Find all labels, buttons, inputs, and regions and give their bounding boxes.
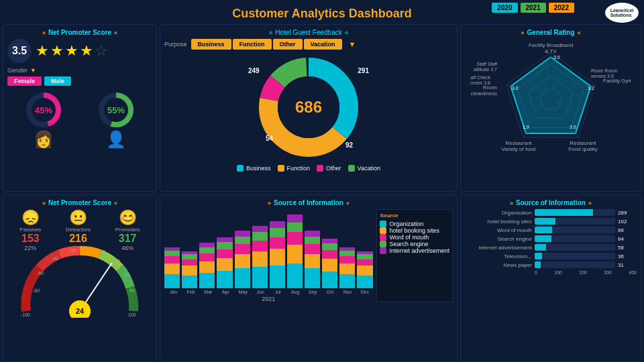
function-purpose-button[interactable]: Function <box>233 39 272 50</box>
svg-text:Facility Broadband: Facility Broadband <box>529 42 573 48</box>
year-2022-button[interactable]: 2022 <box>549 3 574 13</box>
vacation-purpose-button[interactable]: Vacation <box>304 39 342 50</box>
h-bar-row-6: News paper31 <box>465 261 637 268</box>
main-donut-chart: 686 249 291 54 92 <box>255 54 362 161</box>
h-bar-track-4 <box>535 244 615 251</box>
h-bar-track-1 <box>535 218 615 225</box>
svg-text:-40: -40 <box>52 256 58 261</box>
gauge-svg: -100 -80 -60 -40 -20 0 20 40 60 80 100 <box>13 244 147 318</box>
bar-group-jan <box>164 209 180 288</box>
bar-segment-2 <box>217 249 232 258</box>
nps-rating-title: » Net Promoter Score « <box>7 29 152 36</box>
nps-bottom-title: » Net Promoter Score « <box>7 199 152 206</box>
filter-icon: ▼ <box>349 40 356 48</box>
bar-segment-3 <box>199 247 215 254</box>
bar-segment-2 <box>339 256 355 263</box>
h-bar-row-5: Television...36 <box>465 253 637 259</box>
legend-word: Word of mouth <box>380 234 449 241</box>
bar-segment-4 <box>322 239 337 243</box>
legend-business: Business <box>237 165 271 172</box>
bar-segment-3 <box>164 251 180 256</box>
bar-segment-2 <box>305 244 320 254</box>
chevron-right-icon: « <box>346 200 350 206</box>
h-bar-track-2 <box>535 227 615 233</box>
h-bar-value-6: 31 <box>618 262 637 268</box>
business-purpose-button[interactable]: Business <box>191 39 231 50</box>
bar-segment-1 <box>252 251 268 267</box>
bar-segment-2 <box>322 250 337 259</box>
svg-text:24: 24 <box>76 307 85 315</box>
month-label-may: May <box>235 290 251 294</box>
bar-segment-2 <box>164 256 180 263</box>
h-bar-label-3: Search engine <box>465 236 532 242</box>
rating-display: 3.5 ★ ★ ★ ★ ☆ <box>7 39 152 63</box>
chevron-left-icon: » <box>510 200 513 206</box>
bar-group-aug <box>287 209 303 288</box>
h-bar-label-6: News paper <box>465 262 532 268</box>
svg-text:Facility Gym: Facility Gym <box>603 78 631 84</box>
bar-segment-1 <box>270 249 285 265</box>
star-2: ★ <box>50 42 64 60</box>
h-bar-track-3 <box>535 235 615 242</box>
nps-bottom-panel: » Net Promoter Score « 😞 Passives 153 22… <box>3 194 157 362</box>
bar-segment-3 <box>270 228 285 237</box>
month-label-dec: Dec <box>357 290 372 294</box>
bar-segment-2 <box>252 241 268 251</box>
bar-group-oct <box>322 209 337 288</box>
segment-label-249: 249 <box>248 67 260 74</box>
gender-circles: 45% 👩 55% 👤 <box>7 90 152 149</box>
svg-text:-80: -80 <box>33 288 40 293</box>
other-purpose-button[interactable]: Other <box>273 39 303 50</box>
bar-group-apr <box>217 209 232 288</box>
h-bar-fill-3 <box>535 235 551 242</box>
dashboard: Customer Analytics Dashboard 2020 2021 2… <box>0 0 644 362</box>
source-bar-panel: » Source of Information « JanFebMarAprMa… <box>160 194 458 362</box>
bar-segment-1 <box>164 263 180 274</box>
h-bar-label-4: Internet advertisement <box>465 245 532 251</box>
filter-icon: ▼ <box>30 67 36 74</box>
star-4: ★ <box>80 42 93 60</box>
female-filter-button[interactable]: Female <box>7 76 42 86</box>
detractors-emoji: 😐 <box>66 209 91 227</box>
feedback-subtitle: » Hotel Guest Feedback « <box>164 29 453 36</box>
legend-dot-business <box>237 165 244 172</box>
month-labels: JanFebMarAprMayJunJulAugSepOctNovDec <box>164 290 372 294</box>
h-bar-track-6 <box>535 261 615 268</box>
chevron-right-icon: « <box>588 200 592 206</box>
bar-segment-0 <box>270 265 285 288</box>
month-label-apr: Apr <box>218 290 233 294</box>
svg-text:Restaurant: Restaurant <box>570 140 596 146</box>
star-5: ☆ <box>95 42 108 60</box>
legend-org: Organization <box>380 221 449 227</box>
bar-segment-3 <box>357 254 372 259</box>
bar-segment-2 <box>199 253 215 261</box>
legend-function: Function <box>278 165 311 172</box>
axis-labels: 0 100 200 300 400 <box>465 270 637 275</box>
source-right-title: » Source of Information « <box>465 199 637 206</box>
month-label-jul: Jul <box>270 290 286 294</box>
bar-segment-0 <box>287 263 303 288</box>
year-2020-button[interactable]: 2020 <box>492 3 517 13</box>
svg-text:3.0: 3.0 <box>570 125 576 129</box>
h-bar-fill-2 <box>535 227 552 233</box>
svg-text:Food quality: Food quality <box>568 146 598 152</box>
year-2021-button[interactable]: 2021 <box>521 3 546 13</box>
chevron-left-icon: » <box>42 200 46 206</box>
donut-chart-container: 686 249 291 54 92 <box>164 54 453 161</box>
promoters-value: 317 <box>115 233 140 245</box>
h-bar-value-0: 289 <box>618 210 637 216</box>
svg-text:-100: -100 <box>21 312 30 317</box>
passives-value: 153 <box>19 233 41 245</box>
bar-segment-3 <box>235 237 250 245</box>
male-filter-button[interactable]: Male <box>44 76 71 86</box>
h-bar-value-5: 36 <box>618 253 637 259</box>
svg-text:80: 80 <box>129 288 135 293</box>
bar-segment-0 <box>339 274 355 288</box>
bar-segment-1 <box>357 265 372 276</box>
bar-segment-3 <box>182 254 197 259</box>
bar-segment-4 <box>235 231 250 236</box>
bar-segment-0 <box>252 267 268 288</box>
chevron-right-icon: « <box>114 200 117 206</box>
h-bar-label-1: hotel booking sites <box>465 219 532 225</box>
bar-segment-4 <box>287 215 303 223</box>
